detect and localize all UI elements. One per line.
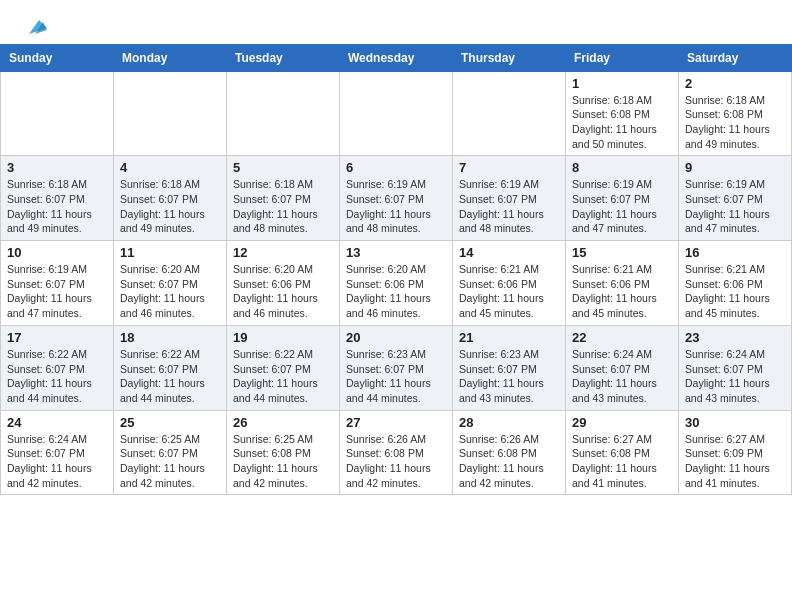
day-number: 17 <box>7 330 107 345</box>
day-number: 15 <box>572 245 672 260</box>
day-info: Sunrise: 6:24 AMSunset: 6:07 PMDaylight:… <box>572 347 672 406</box>
day-number: 6 <box>346 160 446 175</box>
calendar-cell: 2Sunrise: 6:18 AMSunset: 6:08 PMDaylight… <box>679 71 792 156</box>
day-info: Sunrise: 6:26 AMSunset: 6:08 PMDaylight:… <box>459 432 559 491</box>
day-info: Sunrise: 6:24 AMSunset: 6:07 PMDaylight:… <box>7 432 107 491</box>
day-number: 21 <box>459 330 559 345</box>
day-info: Sunrise: 6:19 AMSunset: 6:07 PMDaylight:… <box>346 177 446 236</box>
day-info: Sunrise: 6:22 AMSunset: 6:07 PMDaylight:… <box>120 347 220 406</box>
calendar-cell: 29Sunrise: 6:27 AMSunset: 6:08 PMDayligh… <box>566 410 679 495</box>
day-info: Sunrise: 6:27 AMSunset: 6:09 PMDaylight:… <box>685 432 785 491</box>
day-info: Sunrise: 6:27 AMSunset: 6:08 PMDaylight:… <box>572 432 672 491</box>
calendar-cell <box>1 71 114 156</box>
day-number: 16 <box>685 245 785 260</box>
day-number: 27 <box>346 415 446 430</box>
day-number: 12 <box>233 245 333 260</box>
day-info: Sunrise: 6:20 AMSunset: 6:07 PMDaylight:… <box>120 262 220 321</box>
calendar-cell: 7Sunrise: 6:19 AMSunset: 6:07 PMDaylight… <box>453 156 566 241</box>
calendar-cell: 12Sunrise: 6:20 AMSunset: 6:06 PMDayligh… <box>227 241 340 326</box>
day-number: 13 <box>346 245 446 260</box>
day-number: 25 <box>120 415 220 430</box>
calendar-cell: 20Sunrise: 6:23 AMSunset: 6:07 PMDayligh… <box>340 325 453 410</box>
day-number: 9 <box>685 160 785 175</box>
calendar-cell: 17Sunrise: 6:22 AMSunset: 6:07 PMDayligh… <box>1 325 114 410</box>
weekday-header-friday: Friday <box>566 44 679 71</box>
calendar-cell <box>114 71 227 156</box>
calendar-table: SundayMondayTuesdayWednesdayThursdayFrid… <box>0 44 792 496</box>
day-number: 22 <box>572 330 672 345</box>
day-info: Sunrise: 6:21 AMSunset: 6:06 PMDaylight:… <box>459 262 559 321</box>
header <box>0 0 792 44</box>
calendar-cell: 18Sunrise: 6:22 AMSunset: 6:07 PMDayligh… <box>114 325 227 410</box>
page: SundayMondayTuesdayWednesdayThursdayFrid… <box>0 0 792 495</box>
day-info: Sunrise: 6:25 AMSunset: 6:07 PMDaylight:… <box>120 432 220 491</box>
day-info: Sunrise: 6:18 AMSunset: 6:07 PMDaylight:… <box>7 177 107 236</box>
day-number: 11 <box>120 245 220 260</box>
calendar-cell: 25Sunrise: 6:25 AMSunset: 6:07 PMDayligh… <box>114 410 227 495</box>
weekday-header-saturday: Saturday <box>679 44 792 71</box>
day-info: Sunrise: 6:26 AMSunset: 6:08 PMDaylight:… <box>346 432 446 491</box>
day-number: 4 <box>120 160 220 175</box>
day-info: Sunrise: 6:24 AMSunset: 6:07 PMDaylight:… <box>685 347 785 406</box>
day-number: 2 <box>685 76 785 91</box>
day-number: 28 <box>459 415 559 430</box>
weekday-header-thursday: Thursday <box>453 44 566 71</box>
day-info: Sunrise: 6:19 AMSunset: 6:07 PMDaylight:… <box>459 177 559 236</box>
calendar-cell: 27Sunrise: 6:26 AMSunset: 6:08 PMDayligh… <box>340 410 453 495</box>
calendar-cell: 28Sunrise: 6:26 AMSunset: 6:08 PMDayligh… <box>453 410 566 495</box>
calendar-cell: 9Sunrise: 6:19 AMSunset: 6:07 PMDaylight… <box>679 156 792 241</box>
calendar-cell: 19Sunrise: 6:22 AMSunset: 6:07 PMDayligh… <box>227 325 340 410</box>
logo <box>24 18 47 36</box>
calendar-cell: 13Sunrise: 6:20 AMSunset: 6:06 PMDayligh… <box>340 241 453 326</box>
day-number: 7 <box>459 160 559 175</box>
day-number: 10 <box>7 245 107 260</box>
day-info: Sunrise: 6:23 AMSunset: 6:07 PMDaylight:… <box>346 347 446 406</box>
day-number: 5 <box>233 160 333 175</box>
day-number: 1 <box>572 76 672 91</box>
day-info: Sunrise: 6:18 AMSunset: 6:07 PMDaylight:… <box>120 177 220 236</box>
day-info: Sunrise: 6:21 AMSunset: 6:06 PMDaylight:… <box>685 262 785 321</box>
day-info: Sunrise: 6:19 AMSunset: 6:07 PMDaylight:… <box>685 177 785 236</box>
day-info: Sunrise: 6:18 AMSunset: 6:07 PMDaylight:… <box>233 177 333 236</box>
weekday-header-monday: Monday <box>114 44 227 71</box>
day-info: Sunrise: 6:18 AMSunset: 6:08 PMDaylight:… <box>685 93 785 152</box>
calendar-cell: 8Sunrise: 6:19 AMSunset: 6:07 PMDaylight… <box>566 156 679 241</box>
day-number: 23 <box>685 330 785 345</box>
day-number: 19 <box>233 330 333 345</box>
day-number: 14 <box>459 245 559 260</box>
day-number: 8 <box>572 160 672 175</box>
logo-icon <box>25 16 47 38</box>
calendar-cell: 30Sunrise: 6:27 AMSunset: 6:09 PMDayligh… <box>679 410 792 495</box>
calendar-cell: 14Sunrise: 6:21 AMSunset: 6:06 PMDayligh… <box>453 241 566 326</box>
calendar-cell: 26Sunrise: 6:25 AMSunset: 6:08 PMDayligh… <box>227 410 340 495</box>
day-number: 30 <box>685 415 785 430</box>
calendar-cell: 5Sunrise: 6:18 AMSunset: 6:07 PMDaylight… <box>227 156 340 241</box>
calendar-cell: 1Sunrise: 6:18 AMSunset: 6:08 PMDaylight… <box>566 71 679 156</box>
day-number: 24 <box>7 415 107 430</box>
calendar-cell: 21Sunrise: 6:23 AMSunset: 6:07 PMDayligh… <box>453 325 566 410</box>
calendar-cell: 3Sunrise: 6:18 AMSunset: 6:07 PMDaylight… <box>1 156 114 241</box>
day-number: 29 <box>572 415 672 430</box>
calendar-cell: 15Sunrise: 6:21 AMSunset: 6:06 PMDayligh… <box>566 241 679 326</box>
weekday-header-tuesday: Tuesday <box>227 44 340 71</box>
calendar-cell: 10Sunrise: 6:19 AMSunset: 6:07 PMDayligh… <box>1 241 114 326</box>
calendar-cell: 11Sunrise: 6:20 AMSunset: 6:07 PMDayligh… <box>114 241 227 326</box>
day-info: Sunrise: 6:22 AMSunset: 6:07 PMDaylight:… <box>7 347 107 406</box>
calendar-cell: 6Sunrise: 6:19 AMSunset: 6:07 PMDaylight… <box>340 156 453 241</box>
calendar-cell: 16Sunrise: 6:21 AMSunset: 6:06 PMDayligh… <box>679 241 792 326</box>
day-number: 18 <box>120 330 220 345</box>
day-info: Sunrise: 6:20 AMSunset: 6:06 PMDaylight:… <box>346 262 446 321</box>
day-number: 20 <box>346 330 446 345</box>
day-info: Sunrise: 6:19 AMSunset: 6:07 PMDaylight:… <box>572 177 672 236</box>
day-info: Sunrise: 6:18 AMSunset: 6:08 PMDaylight:… <box>572 93 672 152</box>
day-number: 26 <box>233 415 333 430</box>
day-info: Sunrise: 6:20 AMSunset: 6:06 PMDaylight:… <box>233 262 333 321</box>
day-info: Sunrise: 6:19 AMSunset: 6:07 PMDaylight:… <box>7 262 107 321</box>
calendar-cell: 24Sunrise: 6:24 AMSunset: 6:07 PMDayligh… <box>1 410 114 495</box>
calendar-cell <box>453 71 566 156</box>
day-info: Sunrise: 6:23 AMSunset: 6:07 PMDaylight:… <box>459 347 559 406</box>
calendar-cell <box>227 71 340 156</box>
weekday-header-wednesday: Wednesday <box>340 44 453 71</box>
day-number: 3 <box>7 160 107 175</box>
calendar-cell: 4Sunrise: 6:18 AMSunset: 6:07 PMDaylight… <box>114 156 227 241</box>
